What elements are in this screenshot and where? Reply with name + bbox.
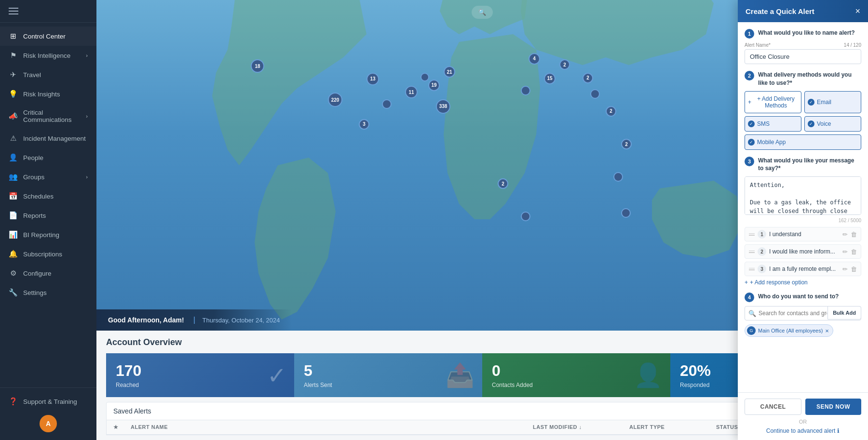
stat-card-contacts-added: 0 Contacts Added 👤 [482,353,670,397]
sidebar-item-incident-management[interactable]: ⚠ Incident Management [0,129,96,148]
step-2: 2 What delivery methods would you like t… [745,71,861,150]
map-pin-7[interactable] [420,73,429,81]
mobile-check-icon: ✓ [748,139,755,146]
map-pin-11[interactable]: 2 [583,73,593,83]
sidebar-item-support-training[interactable]: ❓ Support & Training [0,392,96,411]
stat-icon-1: 📤 [446,362,475,389]
sidebar-item-control-center[interactable]: ⊞ Control Center [0,27,96,46]
alert-name-input[interactable] [745,49,861,64]
map-pin-9[interactable]: 15 [544,73,556,84]
voice-delivery-button[interactable]: ✓ Voice [804,116,861,132]
send-now-button[interactable]: SEND NOW [805,399,861,415]
voice-check-icon: ✓ [808,120,814,127]
travel-icon: ✈ [9,70,17,79]
step-4-question: Who do you want to send to? [758,293,839,301]
plus-icon: + [748,99,751,106]
map-pin-1[interactable]: 4 [529,53,540,65]
step-2-question: What delivery methods would you like to … [758,71,861,87]
map-pin-17[interactable]: 2 [621,139,632,149]
alert-name-label: Alert Name* 14 / 120 [745,42,861,48]
sidebar-item-groups[interactable]: 👥 Groups › [0,167,96,187]
sidebar-bottom: ❓ Support & Training A [0,387,96,440]
arrow-icon: › [86,174,88,180]
drag-handle-2[interactable] [749,268,755,270]
step-4-header: 4 Who do you want to send to? [745,293,861,302]
sidebar-item-reports[interactable]: 📄 Reports [0,206,96,225]
sidebar-item-label-risk-insights: Risk Insights [23,91,60,98]
sidebar-item-schedules[interactable]: 📅 Schedules [0,187,96,206]
sidebar-item-risk-intelligence[interactable]: ⚑ Risk Intelligence › [0,46,96,65]
add-response-option-button[interactable]: + + Add response option [745,279,808,286]
sidebar-item-label-subscriptions: Subscriptions [23,251,62,258]
schedules-icon: 📅 [9,192,17,200]
map-pin-14[interactable]: 338 [436,99,450,114]
option-num-0: 1 [758,230,766,239]
mobile-app-delivery-button[interactable]: ✓ Mobile App [745,134,861,150]
stat-card-alerts-sent: 5 Alerts Sent 📤 [294,353,482,397]
contact-icon: G [747,326,756,335]
user-avatar[interactable]: A [40,415,57,432]
stat-icon-2: 👤 [634,362,663,389]
map-search-button[interactable]: 🔍 [472,6,493,19]
bulk-add-button[interactable]: Bulk Add [827,306,861,320]
step-1: 1 What would you like to name alert? Ale… [745,29,861,64]
sidebar-item-bi-reporting[interactable]: 📊 BI Reporting [0,225,96,244]
option-edit-button-1[interactable]: ✏ [842,248,848,255]
option-num-1: 2 [758,247,766,256]
search-icon: 🔍 [478,9,486,16]
people-icon: 👤 [9,153,17,162]
map-pin-16[interactable]: 2 [606,106,616,117]
add-delivery-methods-button[interactable]: + + Add Delivery Methods [745,91,801,113]
arrow-icon: › [86,113,88,119]
hamburger-menu[interactable] [9,8,18,14]
panel-header: Create a Quick Alert × [738,0,868,22]
col-star: ★ [113,424,131,430]
contact-tag-remove-button[interactable]: × [825,328,829,334]
search-icon: 🔍 [748,310,756,317]
map-pin-18[interactable] [613,172,623,182]
sidebar-item-travel[interactable]: ✈ Travel [0,65,96,84]
sidebar-item-subscriptions[interactable]: 🔔 Subscriptions [0,244,96,264]
sidebar-item-configure[interactable]: ⚙ Configure [0,264,96,283]
sidebar-item-risk-insights[interactable]: 💡 Risk Insights [0,84,96,104]
step-3: 3 What would you like your message to sa… [745,157,861,286]
option-edit-button-2[interactable]: ✏ [842,266,848,273]
sms-delivery-button[interactable]: ✓ SMS [745,116,801,132]
map-pin-3[interactable]: 13 [366,73,379,85]
panel-actions: CANCEL SEND NOW [745,399,861,415]
msg-char-count: 162 / 5000 [745,218,861,223]
advanced-alert-link[interactable]: Continue to advanced alert ℹ [745,427,861,434]
sidebar-item-label-people: People [23,154,43,161]
drag-handle-0[interactable] [749,233,755,236]
quick-alert-panel: Create a Quick Alert × 1 What would you … [738,0,868,440]
drag-handle-1[interactable] [749,251,755,253]
map-pin-20[interactable] [521,212,530,221]
map-pin-15[interactable]: 220 [328,93,342,107]
step-3-number: 3 [745,157,754,166]
step-4: 4 Who do you want to send to? 🔍 Bulk Add… [745,293,861,337]
cancel-button[interactable]: CANCEL [745,399,801,415]
email-delivery-button[interactable]: ✓ Email [804,91,861,113]
map-pin-5[interactable] [382,99,392,109]
or-divider: OR [745,419,861,425]
panel-close-button[interactable]: × [855,7,860,15]
option-delete-button-2[interactable]: 🗑 [851,266,857,273]
option-edit-button-0[interactable]: ✏ [842,231,848,238]
col-last-modified: LAST MODIFIED ↓ [533,424,629,430]
message-textarea[interactable]: Attention, Due to a gas leak, the office… [745,176,861,215]
map-pin-6[interactable]: 19 [428,80,440,91]
sidebar-item-settings[interactable]: 🔧 Settings [0,283,96,302]
stat-label-0: Reached [116,382,285,388]
email-check-icon: ✓ [808,99,814,106]
sidebar-item-critical-communications[interactable]: 📣 Critical Communications › [0,104,96,129]
contacts-search-wrapper: 🔍 Bulk Add [745,306,861,320]
sidebar-item-people[interactable]: 👤 People [0,148,96,167]
step-2-number: 2 [745,71,754,80]
incident-management-icon: ⚠ [9,134,17,143]
option-delete-button-0[interactable]: 🗑 [851,231,857,238]
sidebar-item-label-travel: Travel [23,71,41,79]
map-pin-8[interactable]: 21 [444,66,455,78]
option-delete-button-1[interactable]: 🗑 [851,248,857,255]
panel-footer: CANCEL SEND NOW OR Continue to advanced … [738,392,868,440]
map-pin-13[interactable]: 3 [359,119,369,130]
